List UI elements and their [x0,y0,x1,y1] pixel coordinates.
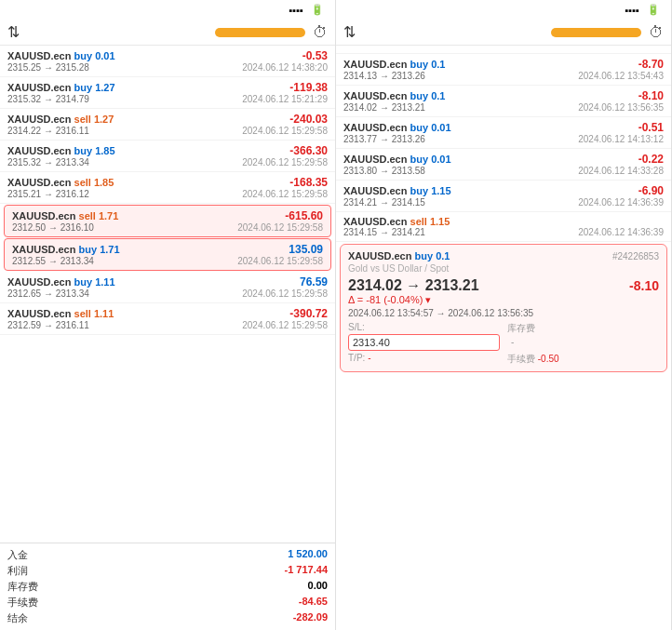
right-trade-item-0[interactable]: XAUUSD.ecn buy 0.1 -8.70 2314.13 → 2313.… [336,54,671,86]
left-trade-item-5[interactable]: XAUUSD.ecn sell 1.71 -615.60 2312.50 → 2… [4,205,331,237]
trade-price: 2314.13 → 2313.26 [343,71,425,81]
left-status-icons: ▪▪▪▪ 🔋 [289,4,324,16]
summary-label: 利润 [7,564,28,578]
trade-price: 2315.21 → 2316.12 [7,189,89,199]
left-trade-item-8[interactable]: XAUUSD.ecn sell 1.11 -390.72 2312.59 → 2… [0,303,335,335]
left-trade-item-6[interactable]: XAUUSD.ecn buy 1.71 135.09 2312.55 → 231… [4,238,331,271]
summary-value: 0.00 [308,580,328,594]
storage-label: 库存费 [507,322,659,335]
summary-label: 入金 [7,548,28,562]
sl-value: 2313.40 [348,334,500,351]
detail-price-range: 2314.02 → 2313.21 [348,277,479,294]
right-trade-list[interactable]: XAUUSD.ecn buy 0.1 -8.70 2314.13 → 2313.… [336,54,671,630]
trade-symbol: XAUUSD.ecn buy 1.27 [7,82,115,93]
trade-pnl: -0.22 [638,153,664,166]
trade-pnl: -390.72 [289,307,328,320]
trade-symbol: XAUUSD.ecn buy 0.01 [343,122,451,133]
clock-icon-right[interactable]: ⏱ [649,24,664,41]
right-trade-item-4[interactable]: XAUUSD.ecn buy 1.15 -6.90 2314.21 → 2314… [336,181,671,212]
trade-pnl: -615.60 [285,209,323,222]
trade-price: 2312.50 → 2316.10 [12,222,94,233]
summary-value: -1 717.44 [285,564,328,578]
tab-dingdan-right[interactable] [457,28,547,37]
summary-label: 库存费 [7,580,38,594]
trade-price: 2315.32 → 2314.79 [7,94,89,104]
trade-time: 2024.06.12 15:21:29 [242,94,328,104]
detail-subtitle: Gold vs US Dollar / Spot [348,263,659,274]
right-trade-item-3[interactable]: XAUUSD.ecn buy 0.01 -0.22 2313.80 → 2313… [336,149,671,181]
tab-jiwei-right[interactable] [363,28,453,37]
tab-chengjiao-left[interactable] [215,28,305,37]
right-trade-item-5[interactable]: XAUUSD.ecn sell 1.15 2314.15 → 2314.21 2… [336,212,671,242]
fee-label: 手续费 [507,354,535,364]
summary-row: 利润 -1 717.44 [7,563,328,579]
trade-symbol: XAUUSD.ecn sell 1.71 [12,210,118,221]
trade-time: 2024.06.12 13:54:43 [578,71,664,81]
trade-time: 2024.06.12 13:56:35 [578,102,664,113]
detail-symbol: XAUUSD.ecn buy 0.1 [348,250,450,261]
trade-symbol: XAUUSD.ecn buy 0.01 [7,50,115,61]
summary-value: 1 520.00 [288,548,328,562]
trade-time: 2024.06.12 14:13:12 [578,134,664,144]
expanded-trade-detail[interactable]: XAUUSD.ecn buy 0.1 #24226853 Gold vs US … [340,244,667,372]
trade-pnl: 135.09 [289,243,323,256]
trade-time: 2024.06.12 14:38:20 [242,62,328,73]
summary-row: 入金 1 520.00 [7,547,328,563]
balance-row [336,46,671,54]
right-signal-icon: ▪▪▪▪ [625,5,639,16]
right-panel: ▪▪▪▪ 🔋 ⇅ ⏱ XAUUSD.ecn buy 0.1 -8.70 2314… [336,0,672,630]
detail-order-id: #24226853 [612,251,659,261]
fee-value: -0.50 [538,354,559,364]
detail-pnl: -8.10 [629,278,659,293]
left-trade-item-2[interactable]: XAUUSD.ecn sell 1.27 -240.03 2314.22 → 2… [0,109,335,141]
sort-icon-right[interactable]: ⇅ [343,23,356,41]
left-trade-item-1[interactable]: XAUUSD.ecn buy 1.27 -119.38 2315.32 → 23… [0,77,335,109]
storage-value: - [507,335,659,349]
trade-price: 2312.59 → 2316.11 [7,320,89,330]
right-tabs-row: ⇅ ⏱ [336,20,671,46]
trade-time: 2024.06.12 14:36:39 [578,197,664,208]
trade-pnl: -8.10 [638,89,664,102]
tab-jiwei-left[interactable] [27,28,117,37]
sort-icon[interactable]: ⇅ [7,23,20,41]
right-trade-item-1[interactable]: XAUUSD.ecn buy 0.1 -8.10 2314.02 → 2313.… [336,86,671,117]
right-trade-item-2[interactable]: XAUUSD.ecn buy 0.01 -0.51 2313.77 → 2313… [336,117,671,149]
summary-row: 库存费 0.00 [7,579,328,595]
trade-symbol: XAUUSD.ecn sell 1.11 [7,308,114,319]
trade-pnl: -366.30 [289,144,328,157]
left-trade-item-0[interactable]: XAUUSD.ecn buy 0.01 -0.53 2315.25 → 2315… [0,46,335,77]
trade-price: 2313.77 → 2313.26 [343,134,425,144]
trade-time: 2024.06.12 15:29:58 [242,189,328,199]
trade-symbol: XAUUSD.ecn buy 1.11 [7,276,115,288]
summary-label: 结余 [7,611,28,625]
trade-price: 2314.21 → 2314.15 [343,197,425,208]
trade-time: 2024.06.12 15:29:58 [242,320,328,330]
detail-delta: Δ = -81 (-0.04%) ▾ [348,294,659,306]
trade-pnl: 76.59 [300,275,328,288]
trade-symbol: XAUUSD.ecn buy 0.1 [343,90,445,101]
trade-time: 2024.06.12 15:29:58 [237,256,323,266]
left-trade-item-3[interactable]: XAUUSD.ecn buy 1.85 -366.30 2315.32 → 23… [0,141,335,172]
trade-pnl: -6.90 [638,184,664,197]
left-trade-list[interactable]: XAUUSD.ecn buy 0.01 -0.53 2315.25 → 2315… [0,46,335,543]
tp-value: - [368,353,370,363]
left-trade-item-4[interactable]: XAUUSD.ecn sell 1.85 -168.35 2315.21 → 2… [0,172,335,204]
trade-price: 2312.65 → 2313.34 [7,288,89,299]
tp-label: T/P: [348,353,365,363]
trade-symbol: XAUUSD.ecn sell 1.85 [7,177,114,188]
tab-dingdan-left[interactable] [121,28,211,37]
clock-icon-left[interactable]: ⏱ [313,24,328,41]
trade-symbol: XAUUSD.ecn buy 1.85 [7,145,115,156]
trade-symbol: XAUUSD.ecn buy 0.1 [343,59,445,70]
summary-value: -282.09 [293,611,328,625]
right-status-icons: ▪▪▪▪ 🔋 [625,4,660,16]
left-status-bar: ▪▪▪▪ 🔋 [0,0,335,20]
trade-pnl: -0.51 [638,121,664,134]
trade-symbol: XAUUSD.ecn buy 1.71 [12,244,120,255]
trade-price: 2315.25 → 2315.28 [7,62,89,73]
left-panel: ▪▪▪▪ 🔋 ⇅ ⏱ XAUUSD.ecn buy 0.01 -0.53 231… [0,0,336,630]
tab-chengjiao-right[interactable] [551,28,641,37]
trade-time: 2024.06.12 15:29:58 [242,288,328,299]
trade-time: 2024.06.12 15:29:58 [237,222,323,233]
left-trade-item-7[interactable]: XAUUSD.ecn buy 1.11 76.59 2312.65 → 2313… [0,272,335,303]
